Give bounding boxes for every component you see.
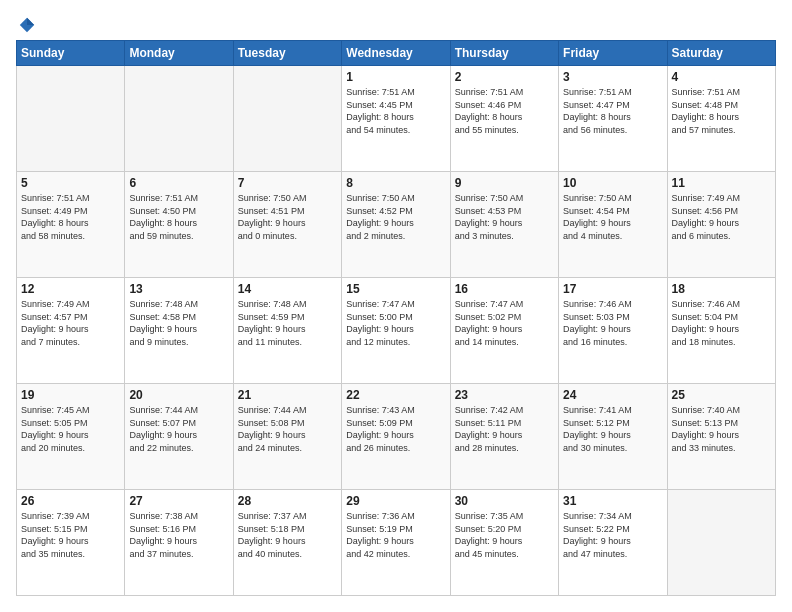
day-info: Sunrise: 7:50 AM Sunset: 4:51 PM Dayligh…	[238, 192, 337, 242]
day-info: Sunrise: 7:51 AM Sunset: 4:48 PM Dayligh…	[672, 86, 771, 136]
day-cell: 27Sunrise: 7:38 AM Sunset: 5:16 PM Dayli…	[125, 490, 233, 596]
day-info: Sunrise: 7:51 AM Sunset: 4:47 PM Dayligh…	[563, 86, 662, 136]
day-number: 15	[346, 282, 445, 296]
day-cell: 3Sunrise: 7:51 AM Sunset: 4:47 PM Daylig…	[559, 66, 667, 172]
day-number: 29	[346, 494, 445, 508]
day-cell: 28Sunrise: 7:37 AM Sunset: 5:18 PM Dayli…	[233, 490, 341, 596]
day-info: Sunrise: 7:50 AM Sunset: 4:53 PM Dayligh…	[455, 192, 554, 242]
day-cell: 30Sunrise: 7:35 AM Sunset: 5:20 PM Dayli…	[450, 490, 558, 596]
day-info: Sunrise: 7:47 AM Sunset: 5:02 PM Dayligh…	[455, 298, 554, 348]
weekday-friday: Friday	[559, 41, 667, 66]
day-number: 3	[563, 70, 662, 84]
day-cell	[667, 490, 775, 596]
day-info: Sunrise: 7:35 AM Sunset: 5:20 PM Dayligh…	[455, 510, 554, 560]
day-number: 18	[672, 282, 771, 296]
day-cell: 2Sunrise: 7:51 AM Sunset: 4:46 PM Daylig…	[450, 66, 558, 172]
day-info: Sunrise: 7:47 AM Sunset: 5:00 PM Dayligh…	[346, 298, 445, 348]
weekday-tuesday: Tuesday	[233, 41, 341, 66]
day-number: 22	[346, 388, 445, 402]
weekday-monday: Monday	[125, 41, 233, 66]
day-number: 31	[563, 494, 662, 508]
logo-icon	[18, 16, 36, 34]
day-cell: 22Sunrise: 7:43 AM Sunset: 5:09 PM Dayli…	[342, 384, 450, 490]
day-cell: 5Sunrise: 7:51 AM Sunset: 4:49 PM Daylig…	[17, 172, 125, 278]
calendar: SundayMondayTuesdayWednesdayThursdayFrid…	[16, 40, 776, 596]
day-info: Sunrise: 7:39 AM Sunset: 5:15 PM Dayligh…	[21, 510, 120, 560]
day-cell: 29Sunrise: 7:36 AM Sunset: 5:19 PM Dayli…	[342, 490, 450, 596]
day-cell: 26Sunrise: 7:39 AM Sunset: 5:15 PM Dayli…	[17, 490, 125, 596]
day-info: Sunrise: 7:51 AM Sunset: 4:49 PM Dayligh…	[21, 192, 120, 242]
day-number: 30	[455, 494, 554, 508]
day-number: 7	[238, 176, 337, 190]
day-cell: 11Sunrise: 7:49 AM Sunset: 4:56 PM Dayli…	[667, 172, 775, 278]
day-number: 2	[455, 70, 554, 84]
day-cell: 16Sunrise: 7:47 AM Sunset: 5:02 PM Dayli…	[450, 278, 558, 384]
header	[16, 16, 776, 30]
day-cell: 14Sunrise: 7:48 AM Sunset: 4:59 PM Dayli…	[233, 278, 341, 384]
day-info: Sunrise: 7:51 AM Sunset: 4:46 PM Dayligh…	[455, 86, 554, 136]
day-number: 12	[21, 282, 120, 296]
day-info: Sunrise: 7:34 AM Sunset: 5:22 PM Dayligh…	[563, 510, 662, 560]
day-number: 27	[129, 494, 228, 508]
weekday-thursday: Thursday	[450, 41, 558, 66]
day-info: Sunrise: 7:41 AM Sunset: 5:12 PM Dayligh…	[563, 404, 662, 454]
day-info: Sunrise: 7:44 AM Sunset: 5:07 PM Dayligh…	[129, 404, 228, 454]
svg-marker-1	[27, 18, 34, 25]
day-number: 17	[563, 282, 662, 296]
day-number: 9	[455, 176, 554, 190]
day-info: Sunrise: 7:51 AM Sunset: 4:45 PM Dayligh…	[346, 86, 445, 136]
day-cell: 31Sunrise: 7:34 AM Sunset: 5:22 PM Dayli…	[559, 490, 667, 596]
day-info: Sunrise: 7:36 AM Sunset: 5:19 PM Dayligh…	[346, 510, 445, 560]
day-info: Sunrise: 7:44 AM Sunset: 5:08 PM Dayligh…	[238, 404, 337, 454]
day-info: Sunrise: 7:48 AM Sunset: 4:58 PM Dayligh…	[129, 298, 228, 348]
day-info: Sunrise: 7:46 AM Sunset: 5:03 PM Dayligh…	[563, 298, 662, 348]
day-cell	[125, 66, 233, 172]
day-number: 5	[21, 176, 120, 190]
weekday-header-row: SundayMondayTuesdayWednesdayThursdayFrid…	[17, 41, 776, 66]
day-number: 28	[238, 494, 337, 508]
day-cell: 1Sunrise: 7:51 AM Sunset: 4:45 PM Daylig…	[342, 66, 450, 172]
day-number: 20	[129, 388, 228, 402]
week-row-5: 26Sunrise: 7:39 AM Sunset: 5:15 PM Dayli…	[17, 490, 776, 596]
day-cell: 4Sunrise: 7:51 AM Sunset: 4:48 PM Daylig…	[667, 66, 775, 172]
day-number: 14	[238, 282, 337, 296]
week-row-4: 19Sunrise: 7:45 AM Sunset: 5:05 PM Dayli…	[17, 384, 776, 490]
day-info: Sunrise: 7:50 AM Sunset: 4:54 PM Dayligh…	[563, 192, 662, 242]
day-cell: 15Sunrise: 7:47 AM Sunset: 5:00 PM Dayli…	[342, 278, 450, 384]
day-cell: 13Sunrise: 7:48 AM Sunset: 4:58 PM Dayli…	[125, 278, 233, 384]
day-cell: 10Sunrise: 7:50 AM Sunset: 4:54 PM Dayli…	[559, 172, 667, 278]
weekday-wednesday: Wednesday	[342, 41, 450, 66]
day-info: Sunrise: 7:49 AM Sunset: 4:56 PM Dayligh…	[672, 192, 771, 242]
day-number: 11	[672, 176, 771, 190]
week-row-1: 1Sunrise: 7:51 AM Sunset: 4:45 PM Daylig…	[17, 66, 776, 172]
day-info: Sunrise: 7:37 AM Sunset: 5:18 PM Dayligh…	[238, 510, 337, 560]
page: SundayMondayTuesdayWednesdayThursdayFrid…	[0, 0, 792, 612]
day-number: 6	[129, 176, 228, 190]
day-info: Sunrise: 7:42 AM Sunset: 5:11 PM Dayligh…	[455, 404, 554, 454]
day-cell: 6Sunrise: 7:51 AM Sunset: 4:50 PM Daylig…	[125, 172, 233, 278]
day-cell: 17Sunrise: 7:46 AM Sunset: 5:03 PM Dayli…	[559, 278, 667, 384]
day-info: Sunrise: 7:43 AM Sunset: 5:09 PM Dayligh…	[346, 404, 445, 454]
logo	[16, 16, 36, 30]
day-info: Sunrise: 7:40 AM Sunset: 5:13 PM Dayligh…	[672, 404, 771, 454]
day-cell: 25Sunrise: 7:40 AM Sunset: 5:13 PM Dayli…	[667, 384, 775, 490]
day-cell: 7Sunrise: 7:50 AM Sunset: 4:51 PM Daylig…	[233, 172, 341, 278]
day-info: Sunrise: 7:38 AM Sunset: 5:16 PM Dayligh…	[129, 510, 228, 560]
day-number: 10	[563, 176, 662, 190]
day-info: Sunrise: 7:46 AM Sunset: 5:04 PM Dayligh…	[672, 298, 771, 348]
day-cell: 20Sunrise: 7:44 AM Sunset: 5:07 PM Dayli…	[125, 384, 233, 490]
day-info: Sunrise: 7:51 AM Sunset: 4:50 PM Dayligh…	[129, 192, 228, 242]
week-row-3: 12Sunrise: 7:49 AM Sunset: 4:57 PM Dayli…	[17, 278, 776, 384]
logo-text	[16, 16, 36, 34]
day-number: 4	[672, 70, 771, 84]
week-row-2: 5Sunrise: 7:51 AM Sunset: 4:49 PM Daylig…	[17, 172, 776, 278]
day-number: 1	[346, 70, 445, 84]
day-number: 21	[238, 388, 337, 402]
day-number: 24	[563, 388, 662, 402]
day-number: 13	[129, 282, 228, 296]
day-number: 19	[21, 388, 120, 402]
day-number: 16	[455, 282, 554, 296]
day-info: Sunrise: 7:49 AM Sunset: 4:57 PM Dayligh…	[21, 298, 120, 348]
day-cell	[233, 66, 341, 172]
day-number: 25	[672, 388, 771, 402]
